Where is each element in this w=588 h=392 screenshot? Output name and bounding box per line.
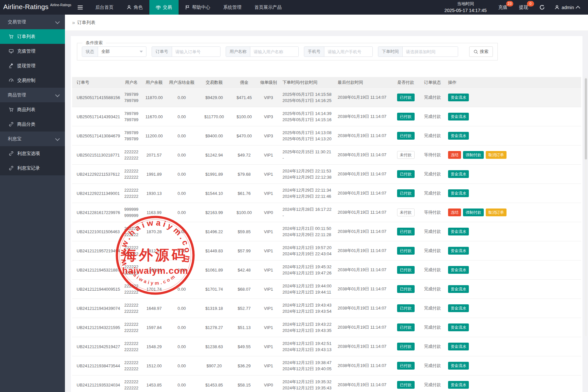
- action-button[interactable]: 资金流水: [448, 266, 469, 274]
- action-button[interactable]: 取消订单: [486, 151, 507, 159]
- pay-status-cell: 已付款: [392, 280, 419, 299]
- action-button[interactable]: 资金流水: [448, 189, 469, 197]
- last-pay-time: 2038年01月19日 11:14:07: [335, 184, 392, 203]
- table-row: UB24122100115064632222222222221870.280.0…: [72, 222, 581, 241]
- recharge-count-badge: 23: [506, 1, 513, 6]
- frozen-amount: 0.00: [166, 145, 197, 165]
- nav-item-0[interactable]: 后台首页: [89, 0, 120, 15]
- trade-amount: $1061.89: [197, 260, 231, 280]
- action-button[interactable]: 资金流水: [448, 343, 469, 350]
- action-button[interactable]: 资金流水: [448, 170, 469, 178]
- pay-status-badge: 已付款: [397, 132, 415, 140]
- trade-amount: $1544.10: [197, 184, 231, 203]
- order-no: UB2502151130218771: [72, 145, 121, 165]
- order-no: UB2505171414393421: [72, 107, 121, 126]
- action-button[interactable]: 冻结: [448, 151, 461, 159]
- sidebar-item[interactable]: 商品分类: [0, 117, 65, 132]
- sidebar-item[interactable]: 交易控制: [0, 73, 65, 88]
- status-select[interactable]: 全部: [98, 47, 146, 57]
- nav-item-1[interactable]: 角色: [120, 0, 149, 15]
- action-button[interactable]: 资金流水: [448, 94, 469, 101]
- frozen-amount: 0.00: [166, 222, 197, 241]
- sidebar-group-0[interactable]: 交易管理: [0, 15, 65, 29]
- vip-level: VIP1: [257, 356, 280, 375]
- order-status: 完成付款: [419, 88, 445, 107]
- action-button[interactable]: 资金流水: [448, 381, 469, 389]
- action-button[interactable]: 资金流水: [448, 323, 469, 331]
- cart-icon: [9, 34, 14, 39]
- scales-icon: [156, 5, 161, 10]
- actions-cell: 资金流水: [445, 184, 581, 203]
- app-logo: Airline-Ratings Airline-Ratings: [0, 0, 71, 15]
- action-button[interactable]: 资金流水: [448, 113, 469, 120]
- order-status: 完成付款: [419, 107, 445, 126]
- action-button[interactable]: 取消订单: [486, 209, 507, 216]
- sidebar-group-1[interactable]: 商品管理: [0, 88, 65, 102]
- trade-amount: $1991.89: [197, 165, 231, 184]
- pay-status-badge: 已付款: [397, 343, 415, 350]
- withdraw-button[interactable]: 提现 0: [513, 0, 534, 15]
- user-icon: [127, 5, 131, 10]
- action-button[interactable]: 资金流水: [448, 285, 469, 293]
- sidebar-item[interactable]: 利息宝选项: [0, 146, 65, 161]
- order-pay-time: 2024年12月12日 19:43:222024年12月12日 19:43:35: [280, 318, 335, 337]
- actions-cell: 冻结强制付款取消订单: [445, 145, 581, 165]
- menu-toggle-icon[interactable]: [71, 0, 89, 15]
- sidebar-item[interactable]: 利息宝记录: [0, 161, 65, 175]
- order-time-input[interactable]: [403, 47, 458, 57]
- pay-status-badge: 未付款: [397, 151, 415, 159]
- nav-item-3[interactable]: 帮助中心: [179, 0, 217, 15]
- user-balance: 1870.28: [142, 222, 166, 241]
- user-name-cell: 222222222222: [121, 280, 142, 299]
- status-label: 状态: [82, 47, 98, 57]
- scrollbar-thumb[interactable]: [585, 78, 587, 159]
- last-pay-time: 2038年01月19日 11:14:07: [335, 375, 392, 392]
- last-pay-time: 2038年01月19日 11:14:07: [335, 222, 392, 241]
- action-button[interactable]: 强制付款: [463, 151, 484, 159]
- pay-status-cell: 已付款: [392, 318, 419, 337]
- action-button[interactable]: 资金流水: [448, 132, 469, 140]
- sidebar-item[interactable]: 充值管理: [0, 44, 65, 58]
- col-header: 用户余额: [142, 77, 166, 88]
- nav-item-2[interactable]: 交易: [149, 0, 179, 15]
- action-button[interactable]: 冻结: [448, 209, 461, 216]
- actions-cell: 资金流水: [445, 318, 581, 337]
- refresh-icon[interactable]: [534, 5, 550, 10]
- trade-amount: $1453.85: [197, 375, 231, 392]
- sidebar-group-2[interactable]: 利息宝: [0, 132, 65, 146]
- last-pay-time: 2038年01月19日 11:14:07: [335, 88, 392, 107]
- pay-status-badge: 已付款: [397, 189, 415, 197]
- order-status: 完成付款: [419, 222, 445, 241]
- sidebar-item[interactable]: 提现管理: [0, 58, 65, 73]
- user-name-cell: 222222222222: [121, 337, 142, 356]
- sidebar-item[interactable]: 商品列表: [0, 102, 65, 117]
- pay-status-cell: 已付款: [392, 184, 419, 203]
- action-button[interactable]: 强制付款: [463, 209, 484, 216]
- user-menu[interactable]: admin: [550, 5, 588, 10]
- user-balance: 1930.13: [142, 184, 166, 203]
- search-button[interactable]: 搜索: [469, 46, 493, 57]
- nav-item-4[interactable]: 系统管理: [217, 0, 248, 15]
- action-button[interactable]: 资金流水: [448, 362, 469, 370]
- commission: $79.68: [231, 165, 257, 184]
- order-status: 完成付款: [419, 356, 445, 375]
- nav-item-5[interactable]: 首页展示产品: [248, 0, 288, 15]
- order-no-input[interactable]: [172, 47, 220, 57]
- trade-amount: $9429.00: [197, 88, 231, 107]
- sidebar-item[interactable]: 订单列表: [0, 29, 65, 44]
- vertical-scrollbar[interactable]: [585, 76, 587, 336]
- action-button[interactable]: 资金流水: [448, 304, 469, 312]
- table-row: UB24122922115376122222222222221991.890.0…: [72, 165, 581, 184]
- order-no: UB2412121957219494: [72, 241, 121, 260]
- pay-status-cell: 已付款: [392, 299, 419, 318]
- user-name-cell: 222222222222: [121, 184, 142, 203]
- order-pay-time: 2025年05月17日 14:14:392025年05月17日 14:15:16: [280, 107, 335, 126]
- order-time-filter: 下单时间: [378, 46, 458, 57]
- phone-input[interactable]: [324, 47, 372, 57]
- sidebar: 交易管理订单列表充值管理提现管理交易控制商品管理商品列表商品分类利息宝利息宝选项…: [0, 15, 65, 392]
- actions-cell: 资金流水: [445, 280, 581, 299]
- username-input[interactable]: [250, 47, 298, 57]
- recharge-button[interactable]: 充值 23: [493, 0, 513, 15]
- action-button[interactable]: 资金流水: [448, 228, 469, 235]
- action-button[interactable]: 资金流水: [448, 247, 469, 255]
